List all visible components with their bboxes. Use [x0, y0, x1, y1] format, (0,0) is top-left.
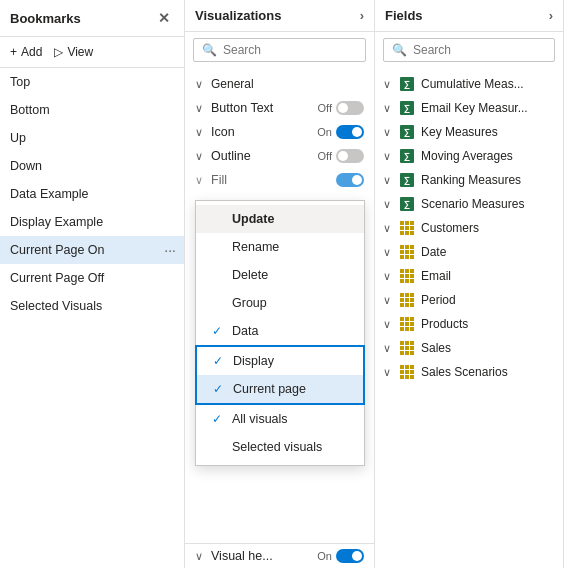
period-chevron-icon: ∨: [383, 294, 395, 307]
expand-icon: ›: [360, 8, 364, 23]
bookmarks-header: Bookmarks ✕: [0, 0, 184, 37]
fields-search-box[interactable]: 🔍: [383, 38, 555, 62]
button-text-chevron: ∨: [195, 102, 207, 115]
outline-toggle[interactable]: Off: [318, 149, 364, 163]
visualizations-header: Visualizations ›: [185, 0, 374, 32]
field-row-moving-averages[interactable]: ∨ ∑ Moving Averages: [375, 144, 563, 168]
key-measures-chevron-icon: ∨: [383, 126, 395, 139]
menu-item-rename[interactable]: Rename: [196, 233, 364, 261]
scenario-chevron-icon: ∨: [383, 198, 395, 211]
fields-search-icon: 🔍: [392, 43, 407, 57]
key-measures-icon: ∑: [399, 124, 415, 140]
add-icon: +: [10, 45, 17, 59]
bookmark-item-current-page-on[interactable]: Current Page On ···: [0, 236, 184, 264]
field-row-cumulative[interactable]: ∨ ∑ Cumulative Meas...: [375, 72, 563, 96]
viz-outline-row[interactable]: ∨ Outline Off: [185, 144, 374, 168]
date-chevron-icon: ∨: [383, 246, 395, 259]
bookmarks-close-button[interactable]: ✕: [154, 8, 174, 28]
field-row-ranking[interactable]: ∨ ∑ Ranking Measures: [375, 168, 563, 192]
display-check-icon: ✓: [213, 354, 227, 368]
context-menu: Update Rename Delete Group ✓ Data ✓ Disp…: [195, 200, 365, 466]
bookmark-item-display-example[interactable]: Display Example: [0, 208, 184, 236]
field-row-period[interactable]: ∨ Period: [375, 288, 563, 312]
more-options-icon[interactable]: ···: [164, 242, 176, 258]
field-row-email[interactable]: ∨ Email: [375, 264, 563, 288]
bookmarks-view-button[interactable]: ▷ View: [54, 45, 93, 59]
date-table-icon: [399, 244, 415, 260]
bookmark-item-down[interactable]: Down: [0, 152, 184, 180]
fields-panel: Fields › 🔍 ∨ ∑ Cumulative Meas... ∨ ∑ Em…: [375, 0, 564, 568]
outline-chevron: ∨: [195, 150, 207, 163]
field-row-date[interactable]: ∨ Date: [375, 240, 563, 264]
bookmark-item-selected-visuals[interactable]: Selected Visuals: [0, 292, 184, 320]
viz-search-icon: 🔍: [202, 43, 217, 57]
menu-item-delete[interactable]: Delete: [196, 261, 364, 289]
products-chevron-icon: ∨: [383, 318, 395, 331]
fields-search-input[interactable]: [413, 43, 546, 57]
scenario-icon: ∑: [399, 196, 415, 212]
viz-general-section[interactable]: ∨ General: [185, 72, 374, 96]
email-chevron-icon: ∨: [383, 270, 395, 283]
bookmarks-header-actions: ✕: [154, 8, 174, 28]
button-text-toggle[interactable]: Off: [318, 101, 364, 115]
icon-toggle-track[interactable]: [336, 125, 364, 139]
fill-toggle-track[interactable]: [336, 173, 364, 187]
sales-scenarios-chevron-icon: ∨: [383, 366, 395, 379]
bookmarks-add-button[interactable]: + Add: [10, 45, 42, 59]
email-table-icon: [399, 268, 415, 284]
fields-expand-icon: ›: [549, 8, 553, 23]
field-row-sales-scenarios[interactable]: ∨ Sales Scenarios: [375, 360, 563, 384]
field-row-sales[interactable]: ∨ Sales: [375, 336, 563, 360]
fill-chevron: ∨: [195, 174, 207, 187]
viz-icon-row[interactable]: ∨ Icon On: [185, 120, 374, 144]
blue-border-group: ✓ Display ✓ Current page: [195, 345, 365, 405]
field-row-key-measures[interactable]: ∨ ∑ Key Measures: [375, 120, 563, 144]
ranking-icon: ∑: [399, 172, 415, 188]
viz-button-text-row[interactable]: ∨ Button Text Off: [185, 96, 374, 120]
bookmark-item-top[interactable]: Top: [0, 68, 184, 96]
field-row-email-key[interactable]: ∨ ∑ Email Key Measur...: [375, 96, 563, 120]
customers-table-icon: [399, 220, 415, 236]
menu-item-all-visuals[interactable]: ✓ All visuals: [196, 405, 364, 433]
sales-chevron-icon: ∨: [383, 342, 395, 355]
visual-header-toggle[interactable]: On: [317, 549, 364, 563]
period-table-icon: [399, 292, 415, 308]
viz-visual-header-row[interactable]: ∨ Visual he... On: [185, 544, 374, 568]
viz-bottom-area: ∨ Visual he... On: [185, 543, 374, 568]
fill-toggle[interactable]: [336, 173, 364, 187]
bookmark-item-bottom[interactable]: Bottom: [0, 96, 184, 124]
cumulative-measure-icon: ∑: [399, 76, 415, 92]
field-row-customers[interactable]: ∨ Customers: [375, 216, 563, 240]
viz-fill-row[interactable]: ∨ Fill: [185, 168, 374, 192]
menu-item-current-page[interactable]: ✓ Current page: [197, 375, 363, 403]
current-page-check-icon: ✓: [213, 382, 227, 396]
bookmarks-list: Top Bottom Up Down Data Example Display …: [0, 68, 184, 568]
email-key-chevron-icon: ∨: [383, 102, 395, 115]
menu-item-data[interactable]: ✓ Data: [196, 317, 364, 345]
visual-header-toggle-track[interactable]: [336, 549, 364, 563]
icon-toggle[interactable]: On: [317, 125, 364, 139]
button-text-toggle-track[interactable]: [336, 101, 364, 115]
field-row-products[interactable]: ∨ Products: [375, 312, 563, 336]
visual-header-chevron: ∨: [195, 550, 207, 563]
menu-item-display[interactable]: ✓ Display: [197, 347, 363, 375]
visualizations-panel: Visualizations › 🔍 ∨ General ∨ Button Te…: [185, 0, 375, 568]
viz-search-input[interactable]: [223, 43, 357, 57]
bookmark-item-data-example[interactable]: Data Example: [0, 180, 184, 208]
sales-table-icon: [399, 340, 415, 356]
fields-header: Fields ›: [375, 0, 563, 32]
bookmark-item-current-page-off[interactable]: Current Page Off: [0, 264, 184, 292]
viz-search-box[interactable]: 🔍: [193, 38, 366, 62]
cumulative-chevron-icon: ∨: [383, 78, 395, 91]
menu-item-selected-visuals[interactable]: Selected visuals: [196, 433, 364, 461]
outline-toggle-track[interactable]: [336, 149, 364, 163]
all-visuals-check-icon: ✓: [212, 412, 226, 426]
bookmark-item-up[interactable]: Up: [0, 124, 184, 152]
view-icon: ▷: [54, 45, 63, 59]
menu-item-group[interactable]: Group: [196, 289, 364, 317]
field-row-scenario[interactable]: ∨ ∑ Scenario Measures: [375, 192, 563, 216]
menu-item-update[interactable]: Update: [196, 205, 364, 233]
general-chevron-icon: ∨: [195, 78, 207, 91]
moving-averages-chevron-icon: ∨: [383, 150, 395, 163]
products-table-icon: [399, 316, 415, 332]
